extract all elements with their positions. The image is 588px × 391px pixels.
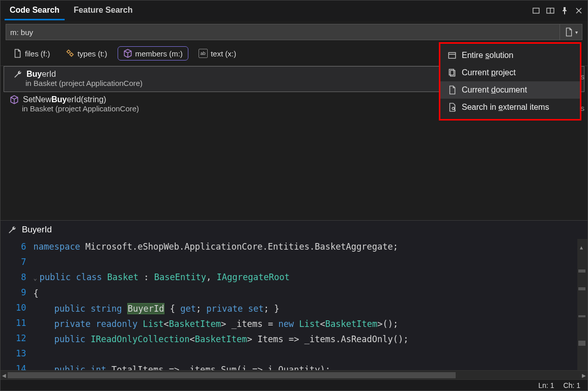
wrench-icon <box>13 70 22 79</box>
code-content: namespace Microsoft.eShopWeb.Application… <box>33 239 587 379</box>
horizontal-scrollbar[interactable]: ◀ ▶ <box>1 370 587 379</box>
scope-entire-solution[interactable]: Entire solution <box>440 47 580 64</box>
filter-members[interactable]: members (m:) <box>118 46 188 61</box>
svg-rect-0 <box>533 8 539 13</box>
pin-icon[interactable] <box>560 6 569 15</box>
file-icon <box>13 49 22 58</box>
tab-feature-search[interactable]: Feature Search <box>69 2 138 20</box>
search-box: ▾ <box>6 24 582 40</box>
scroll-right-icon[interactable]: ▶ <box>580 371 587 380</box>
types-icon <box>65 49 74 58</box>
filter-types[interactable]: types (t:) <box>60 47 112 60</box>
dock-split-icon[interactable] <box>546 6 555 15</box>
cube-icon <box>123 49 132 58</box>
scope-current-document[interactable]: Current document <box>440 81 580 99</box>
scroll-thumb[interactable] <box>8 372 456 378</box>
scope-dropdown: Entire solution Current project Current … <box>439 42 581 121</box>
doc-search-icon <box>447 103 457 112</box>
titlebar: Code Search Feature Search <box>1 1 587 21</box>
scroll-up-icon[interactable]: ▲ <box>580 240 583 255</box>
copy-icon <box>447 68 457 77</box>
text-icon: ab <box>199 49 208 58</box>
filter-files-label: files (f:) <box>25 49 50 58</box>
scope-dropdown-button[interactable]: ▾ <box>559 24 582 40</box>
wrench-icon <box>8 225 17 234</box>
svg-point-9 <box>452 107 455 110</box>
minimap-marker <box>578 315 585 317</box>
filter-text-label: text (x:) <box>211 49 236 58</box>
dock-single-icon[interactable] <box>531 6 541 15</box>
svg-rect-5 <box>449 52 456 58</box>
minimap-marker <box>578 341 585 346</box>
close-icon[interactable] <box>574 6 583 15</box>
filter-members-label: members (m:) <box>135 49 183 58</box>
tab-code-search[interactable]: Code Search <box>5 2 65 20</box>
preview-header: BuyerId <box>1 221 587 239</box>
search-input[interactable] <box>6 26 559 39</box>
scope-external-items[interactable]: Search in external items <box>440 99 580 116</box>
cube-icon <box>10 95 19 104</box>
scope-current-project[interactable]: Current project <box>440 64 580 81</box>
svg-line-10 <box>455 110 456 111</box>
status-line[interactable]: Ln: 1 <box>538 381 554 389</box>
minimap-marker <box>578 269 585 273</box>
code-editor[interactable]: 67891011121314 namespace Microsoft.eShop… <box>1 239 587 379</box>
vertical-scrollbar[interactable]: ▲ <box>577 239 587 379</box>
filter-text[interactable]: ab text (x:) <box>193 47 241 60</box>
filter-types-label: types (t:) <box>77 49 107 58</box>
preview-panel: BuyerId 67891011121314 namespace Microso… <box>1 220 587 379</box>
minimap-marker <box>578 287 585 290</box>
filter-files[interactable]: files (f:) <box>8 47 55 60</box>
search-tabs: Code Search Feature Search <box>5 2 137 20</box>
document-icon <box>447 85 457 95</box>
document-icon <box>564 27 573 37</box>
window-icon <box>447 51 457 60</box>
chevron-down-icon: ▾ <box>575 29 578 35</box>
preview-title: BuyerId <box>22 225 52 235</box>
status-char[interactable]: Ch: 1 <box>564 381 580 389</box>
line-gutter: 67891011121314 <box>1 239 33 379</box>
statusbar: Ln: 1 Ch: 1 <box>1 379 587 390</box>
scroll-left-icon[interactable]: ◀ <box>1 371 8 380</box>
window-controls <box>531 6 583 15</box>
